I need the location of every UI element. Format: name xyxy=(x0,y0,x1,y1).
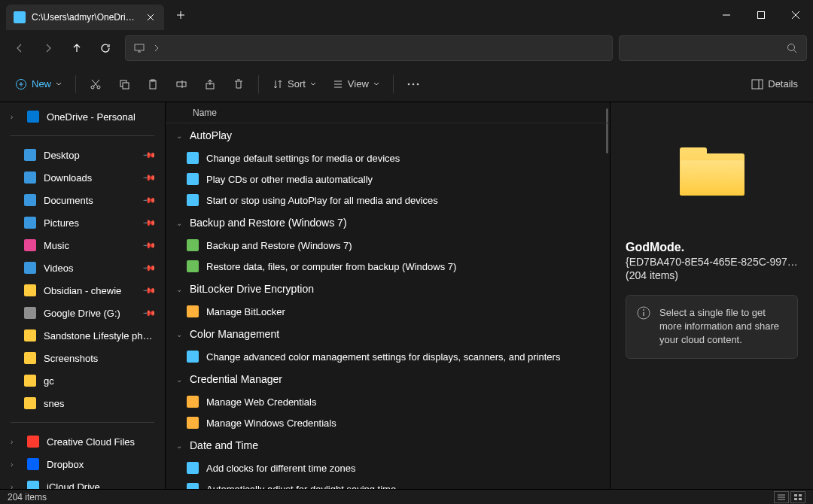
file-item[interactable]: Restore data, files, or computer from ba… xyxy=(166,256,610,277)
file-item[interactable]: Change default settings for media or dev… xyxy=(166,147,610,169)
folder-icon xyxy=(24,397,36,409)
file-item[interactable]: Play CDs or other media automatically xyxy=(166,169,610,190)
file-item[interactable]: Manage Windows Credentials xyxy=(166,412,610,433)
control-panel-icon xyxy=(187,239,199,251)
cloud-icon xyxy=(27,111,39,123)
sidebar-label: Sandstone Lifestyle photos xyxy=(44,330,154,342)
close-tab-button[interactable] xyxy=(145,11,157,23)
address-bar[interactable] xyxy=(125,35,613,61)
column-header-name[interactable]: ⌃ Name xyxy=(166,102,610,123)
sidebar-quick-item[interactable]: Music 📌 xyxy=(5,234,160,257)
file-item[interactable]: Add clocks for different time zones xyxy=(166,457,610,478)
new-button[interactable]: New xyxy=(9,71,68,98)
sidebar-provider-item[interactable]: › iCloud Drive xyxy=(5,475,160,489)
sidebar-quick-item[interactable]: Downloads 📌 xyxy=(5,166,160,189)
forward-button[interactable] xyxy=(35,35,62,62)
refresh-button[interactable] xyxy=(92,35,119,62)
svg-point-14 xyxy=(417,83,419,85)
new-label: New xyxy=(32,78,51,90)
svg-point-13 xyxy=(413,83,415,85)
sort-indicator-icon: ⌃ xyxy=(388,102,394,108)
sidebar-label: Documents xyxy=(44,195,136,206)
chevron-right-icon: › xyxy=(11,438,20,446)
sort-button[interactable]: Sort xyxy=(266,71,322,98)
sidebar-label: gc xyxy=(44,375,154,387)
file-item[interactable]: Automatically adjust for daylight saving… xyxy=(166,478,610,489)
back-button[interactable] xyxy=(6,35,33,62)
sidebar-quick-item[interactable]: Sandstone Lifestyle photos xyxy=(5,324,160,347)
group-header[interactable]: ⌄Date and Time xyxy=(166,433,610,457)
sidebar-provider-item[interactable]: › Creative Cloud Files xyxy=(5,430,160,453)
sidebar-label: Downloads xyxy=(44,172,136,184)
details-count: (204 items) xyxy=(626,269,798,281)
titlebar: C:\Users\admyr\OneDrive\Des xyxy=(0,0,813,30)
control-panel-icon xyxy=(187,305,199,317)
chevron-down-icon xyxy=(310,81,316,87)
pin-icon: 📌 xyxy=(142,260,156,275)
delete-button[interactable] xyxy=(227,71,251,98)
sidebar-quick-item[interactable]: Obsidian - chewie 📌 xyxy=(5,279,160,302)
copy-button[interactable] xyxy=(112,71,136,98)
downloads-icon xyxy=(24,172,36,184)
sidebar-quick-item[interactable]: Videos 📌 xyxy=(5,257,160,279)
sidebar-label: Desktop xyxy=(44,150,136,161)
info-box: Select a single file to get more informa… xyxy=(626,295,798,359)
sidebar-quick-item[interactable]: gc xyxy=(5,369,160,392)
control-panel-icon xyxy=(187,173,199,185)
sidebar-quick-item[interactable]: Desktop 📌 xyxy=(5,144,160,166)
group-header[interactable]: ⌄Credential Manager xyxy=(166,367,610,391)
file-item[interactable]: Start or stop using AutoPlay for all med… xyxy=(166,190,610,211)
view-button[interactable]: View xyxy=(327,71,385,98)
file-item[interactable]: Manage Web Credentials xyxy=(166,391,610,412)
share-button[interactable] xyxy=(198,71,222,98)
svg-rect-21 xyxy=(799,498,802,500)
share-icon xyxy=(204,78,216,90)
file-item[interactable]: Change advanced color management setting… xyxy=(166,346,610,367)
rename-button[interactable] xyxy=(169,71,193,98)
group-header[interactable]: ⌄Backup and Restore (Windows 7) xyxy=(166,211,610,235)
details-toggle-button[interactable]: Details xyxy=(745,71,804,98)
up-button[interactable] xyxy=(63,35,90,62)
sidebar-label: Dropbox xyxy=(47,459,154,470)
browser-tab[interactable]: C:\Users\admyr\OneDrive\Des xyxy=(6,5,164,30)
svg-point-2 xyxy=(788,44,795,51)
group-header[interactable]: ⌄AutoPlay xyxy=(166,123,610,147)
sidebar-quick-item[interactable]: Google Drive (G:) 📌 xyxy=(5,302,160,324)
chevron-right-icon: › xyxy=(11,113,20,121)
sidebar-quick-item[interactable]: Documents 📌 xyxy=(5,189,160,211)
view-details-toggle[interactable] xyxy=(774,491,789,503)
sidebar-quick-item[interactable]: Pictures 📌 xyxy=(5,211,160,234)
minimize-button[interactable] xyxy=(709,3,744,27)
group-header[interactable]: ⌄BitLocker Drive Encryption xyxy=(166,277,610,301)
more-button[interactable] xyxy=(401,71,425,98)
new-tab-button[interactable] xyxy=(169,3,193,27)
group-header[interactable]: ⌄Color Management xyxy=(166,322,610,346)
sort-label: Sort xyxy=(288,78,306,90)
chevron-down-icon: ⌄ xyxy=(176,219,185,227)
window-controls xyxy=(709,3,813,27)
chevron-down-icon: ⌄ xyxy=(176,375,185,384)
close-window-button[interactable] xyxy=(778,3,813,27)
control-panel-icon xyxy=(187,260,199,272)
documents-icon xyxy=(24,194,36,206)
search-box[interactable] xyxy=(619,35,807,61)
details-label: Details xyxy=(768,78,798,90)
file-item[interactable]: Backup and Restore (Windows 7) xyxy=(166,235,610,256)
maximize-button[interactable] xyxy=(744,3,778,27)
navigation-sidebar: › OneDrive - Personal Desktop 📌 Download… xyxy=(0,102,166,489)
videos-icon xyxy=(24,262,36,274)
more-icon xyxy=(407,83,419,86)
file-name: Automatically adjust for daylight saving… xyxy=(206,484,396,490)
file-item[interactable]: Manage BitLocker xyxy=(166,301,610,322)
sidebar-onedrive[interactable]: › OneDrive - Personal xyxy=(5,105,160,128)
sort-icon xyxy=(273,79,283,90)
cut-button[interactable] xyxy=(84,71,108,98)
sidebar-quick-item[interactable]: Screenshots xyxy=(5,347,160,369)
view-icons-toggle[interactable] xyxy=(790,491,805,503)
provider-icon xyxy=(27,481,39,489)
sidebar-quick-item[interactable]: snes xyxy=(5,392,160,414)
pin-icon: 📌 xyxy=(142,170,156,184)
file-name: Manage Windows Credentials xyxy=(206,417,336,429)
paste-button[interactable] xyxy=(141,71,165,98)
sidebar-provider-item[interactable]: › Dropbox xyxy=(5,453,160,475)
